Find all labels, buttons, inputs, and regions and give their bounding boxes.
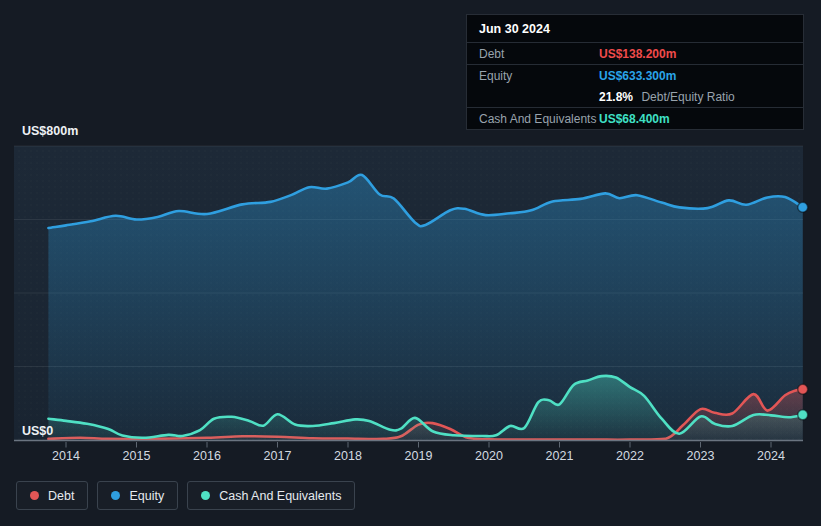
x-tick-label-2017: 2017 [256,449,300,463]
cash-color-dot-icon [201,491,210,500]
legend-cash-label: Cash And Equivalents [219,489,341,503]
tooltip: Jun 30 2024 Debt US$138.200m Equity US$6… [466,14,804,130]
x-tick-label-2024: 2024 [749,449,793,463]
equity-color-dot-icon [111,491,120,500]
end-marker-equity [798,202,808,212]
tooltip-equity-row: Equity US$633.300m [467,65,803,86]
y-axis-zero-label: US$0 [22,424,53,438]
legend-item-equity[interactable]: Equity [97,481,178,510]
tooltip-debt-row: Debt US$138.200m [467,43,803,65]
x-tick-label-2015: 2015 [115,449,159,463]
x-tick-label-2018: 2018 [326,449,370,463]
tooltip-cash-row: Cash And Equivalents US$68.400m [467,108,803,129]
tooltip-cash-value: US$68.400m [599,112,670,126]
tooltip-ratio-label: Debt/Equity Ratio [641,90,734,104]
tooltip-date: Jun 30 2024 [467,15,803,43]
x-tick-label-2021: 2021 [538,449,582,463]
tooltip-debt-label: Debt [479,47,599,61]
tooltip-equity-label: Equity [479,69,599,83]
legend-debt-label: Debt [48,489,74,503]
debt-equity-history-panel: US$800m US$0 201420152016201720182019202… [0,0,821,526]
end-marker-debt [798,384,808,394]
tooltip-debt-value: US$138.200m [599,47,676,61]
debt-color-dot-icon [30,491,39,500]
end-marker-cash-and-equivalents [798,410,808,420]
x-tick-label-2019: 2019 [397,449,441,463]
x-tick-label-2014: 2014 [44,449,88,463]
x-tick-label-2020: 2020 [467,449,511,463]
x-tick-label-2016: 2016 [185,449,229,463]
tooltip-ratio-row: 21.8% Debt/Equity Ratio [467,86,803,108]
tooltip-ratio-value: 21.8% [599,90,633,104]
tooltip-equity-value: US$633.300m [599,69,676,83]
tooltip-cash-label: Cash And Equivalents [479,112,599,126]
x-tick-label-2023: 2023 [679,449,723,463]
y-axis-max-label: US$800m [22,124,78,138]
x-tick-label-2022: 2022 [608,449,652,463]
legend-item-debt[interactable]: Debt [16,481,88,510]
legend-item-cash[interactable]: Cash And Equivalents [187,481,355,510]
legend-equity-label: Equity [129,489,164,503]
legend: Debt Equity Cash And Equivalents [16,481,355,510]
